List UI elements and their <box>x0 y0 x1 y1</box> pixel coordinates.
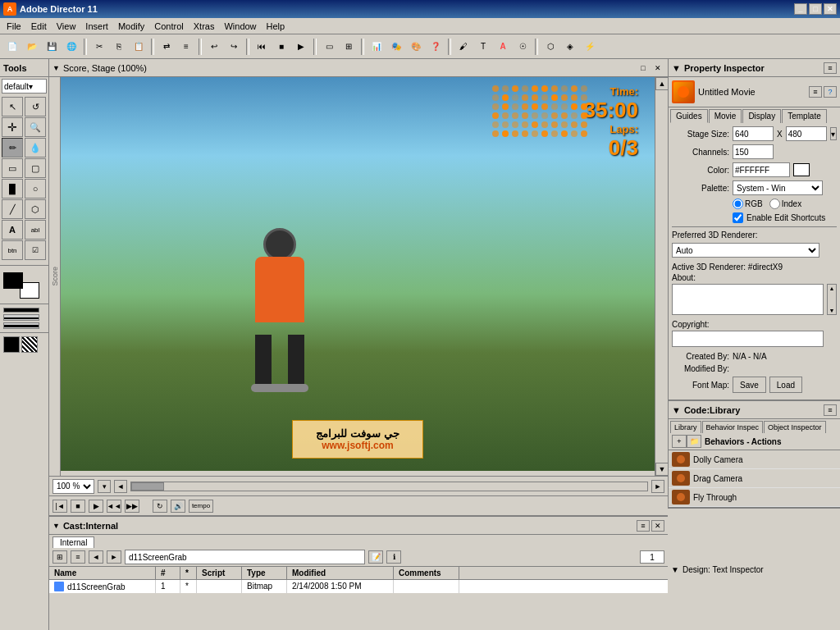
undo-btn[interactable]: ↩ <box>205 38 223 56</box>
cl-options-btn[interactable]: ≡ <box>824 404 837 416</box>
cast-close-btn[interactable]: ✕ <box>651 520 664 532</box>
scroll-down-btn[interactable]: ▼ <box>655 463 668 476</box>
publish-btn[interactable]: 🌐 <box>62 38 80 56</box>
cl-folder-btn[interactable]: 📁 <box>687 435 701 448</box>
hscrollbar-track[interactable] <box>130 482 648 491</box>
help-btn[interactable]: ❓ <box>427 38 445 56</box>
pattern-hatch[interactable] <box>21 336 38 353</box>
tool-rect[interactable]: ▭ <box>2 158 23 178</box>
pi-channels-input[interactable] <box>733 144 774 159</box>
tool-field[interactable]: abl <box>25 220 46 240</box>
tool-button[interactable]: btn <box>2 240 23 260</box>
pi-help-btn[interactable]: ? <box>824 86 837 98</box>
cast-info-btn[interactable]: ℹ <box>386 550 401 564</box>
cast-prev-btn[interactable]: ◄ <box>89 550 103 564</box>
pi-radio-index[interactable]: Index <box>769 199 801 209</box>
stop-btn[interactable]: ■ <box>71 500 85 513</box>
cl-tab-behavior[interactable]: Behavior Inspec <box>702 421 764 433</box>
text-tool-btn[interactable]: T <box>474 38 492 56</box>
volume-btn[interactable]: 🔊 <box>171 500 185 513</box>
cast-grid-btn[interactable]: ⊞ <box>52 550 67 564</box>
pi-tab-template[interactable]: Template <box>782 109 827 123</box>
score-btn[interactable]: 📊 <box>368 38 386 56</box>
align-btn[interactable]: ≡ <box>177 38 195 56</box>
logo-btn[interactable]: A <box>494 38 512 56</box>
line-weight-2[interactable] <box>3 314 39 321</box>
tool-round-rect[interactable]: ▢ <box>25 158 46 178</box>
exchange-btn[interactable]: ⇄ <box>158 38 176 56</box>
scroll-left-btn[interactable]: ◄ <box>114 480 127 493</box>
cl-add-btn[interactable]: + <box>672 435 687 448</box>
open-btn[interactable]: 📂 <box>23 38 41 56</box>
zoom-dropdown-btn[interactable]: ▾ <box>98 480 111 493</box>
stop-btn[interactable]: ■ <box>272 38 290 56</box>
close-button[interactable]: ✕ <box>824 3 837 15</box>
pi-save-btn[interactable]: Save <box>733 377 766 393</box>
paint-btn[interactable]: 🎨 <box>407 38 425 56</box>
minimize-button[interactable]: _ <box>794 3 807 15</box>
pi-color-swatch[interactable] <box>793 163 810 176</box>
maximize-button[interactable]: □ <box>809 3 822 15</box>
scroll-up-btn[interactable]: ▲ <box>655 77 668 90</box>
pi-tab-display[interactable]: Display <box>742 109 781 123</box>
pi-color-input[interactable] <box>733 162 790 177</box>
cl-tab-library[interactable]: Library <box>670 421 701 433</box>
loop-btn[interactable]: ↻ <box>153 500 167 513</box>
pi-edit-shortcuts-checkbox[interactable] <box>733 212 743 223</box>
stage-fit-btn[interactable]: ⊞ <box>340 38 358 56</box>
brush-btn[interactable]: 🖌 <box>454 38 472 56</box>
score-stage-expand[interactable]: ▼ <box>52 64 60 72</box>
cast-options-btn[interactable]: ≡ <box>637 520 650 532</box>
cast-tab-internal[interactable]: Internal <box>52 536 94 548</box>
scene-btn[interactable]: ◈ <box>561 38 579 56</box>
menu-modify[interactable]: Modify <box>113 20 149 33</box>
paste-btn[interactable]: 📋 <box>130 38 148 56</box>
stage-close-btn[interactable]: ✕ <box>651 62 664 75</box>
play-btn[interactable]: ▶ <box>292 38 310 56</box>
window-btn[interactable]: ▭ <box>320 38 338 56</box>
fg-color-swatch[interactable] <box>3 272 23 289</box>
cl-tab-object[interactable]: Object Inspector <box>764 421 826 433</box>
tool-pointer[interactable]: ↖ <box>2 97 23 116</box>
pi-about-textarea[interactable] <box>672 284 824 315</box>
pi-stage-height[interactable] <box>786 126 827 141</box>
new-btn[interactable]: 📄 <box>3 38 21 56</box>
menu-view[interactable]: View <box>52 20 81 33</box>
cl-item-dolly[interactable]: Dolly Camera <box>669 450 840 469</box>
pi-renderer-select[interactable]: Auto <box>672 243 819 258</box>
tempo-btn[interactable]: tempo <box>189 500 213 513</box>
stage-restore-btn[interactable]: □ <box>637 62 650 75</box>
cast-path-input[interactable]: d11ScreenGrab <box>125 550 365 564</box>
pattern-solid[interactable] <box>3 336 20 353</box>
tool-poly[interactable]: ⬡ <box>25 199 46 219</box>
line-weight-1[interactable] <box>3 308 39 313</box>
menu-edit[interactable]: Edit <box>26 20 52 33</box>
rewind-to-start-btn[interactable]: |◄ <box>52 500 67 513</box>
tool-checkbox[interactable]: ☑ <box>25 240 46 260</box>
rewind-btn[interactable]: ⏮ <box>253 38 271 56</box>
tool-zoom[interactable]: 🔍 <box>25 117 46 137</box>
step-back-btn[interactable]: ◄◄ <box>107 500 121 513</box>
redo-btn[interactable]: ↪ <box>225 38 243 56</box>
menu-insert[interactable]: Insert <box>80 20 113 33</box>
tools-dropdown[interactable]: default ▾ <box>2 79 47 94</box>
cast-member-num[interactable] <box>640 550 664 564</box>
cast-btn[interactable]: 🎭 <box>387 38 405 56</box>
pi-radio-index-input[interactable] <box>769 199 780 209</box>
tool-dropper[interactable]: 💧 <box>25 138 46 158</box>
pi-radio-rgb-input[interactable] <box>733 199 743 209</box>
cast-expand-btn[interactable]: ▼ <box>52 522 60 530</box>
scroll-right-btn[interactable]: ► <box>651 480 664 493</box>
stage-vscrollbar[interactable]: ▲ ▼ <box>655 77 668 476</box>
cast-row-1[interactable]: d11ScreenGrab 1 * Bitmap 2/14/2008 1:50 … <box>49 580 668 593</box>
pi-tab-movie[interactable]: Movie <box>709 109 742 123</box>
zoom-select[interactable]: 100 % <box>52 479 94 494</box>
pi-stage-size-dropdown[interactable]: ▾ <box>830 127 837 140</box>
tool-rotate[interactable]: ↺ <box>25 97 46 116</box>
tool-text[interactable]: A <box>2 220 23 240</box>
cl-item-drag[interactable]: Drag Camera <box>669 469 840 488</box>
tool-move[interactable]: ✛ <box>2 117 23 137</box>
menu-file[interactable]: File <box>2 20 26 33</box>
pi-radio-rgb[interactable]: RGB <box>733 199 763 209</box>
drag-btn[interactable]: ☉ <box>514 38 532 56</box>
